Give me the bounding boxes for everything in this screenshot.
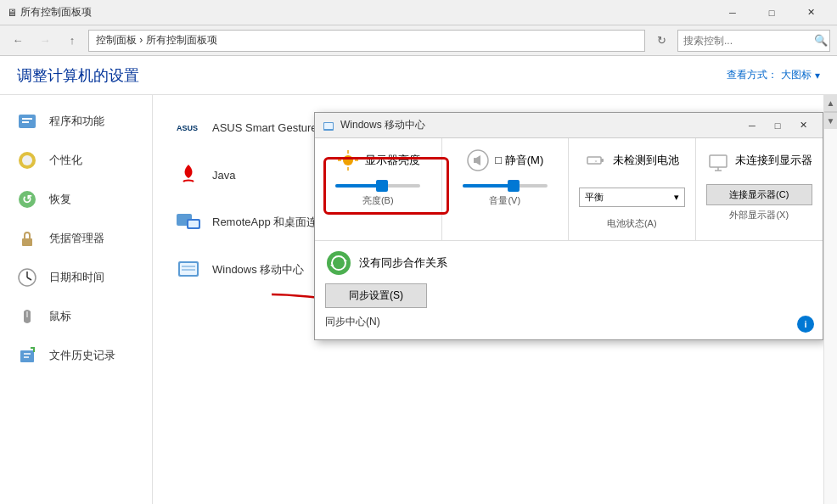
title-bar-controls: ─ □ ✕ <box>713 0 830 25</box>
grid-item-label: Windows 移动中心 <box>212 262 304 277</box>
volume-icon <box>466 148 490 172</box>
power-plan-value: 平衡 <box>585 191 604 204</box>
panel-header: 调整计算机的设置 查看方式： 大图标 ▾ <box>0 56 837 95</box>
brightness-sublabel: 亮度(B) <box>362 194 394 207</box>
remoteapp-icon <box>173 207 204 238</box>
view-options: 查看方式： 大图标 ▾ <box>727 68 820 82</box>
sidebar-label: 文件历史记录 <box>49 348 115 363</box>
svg-text:×: × <box>594 159 598 164</box>
sidebar-item-filehistory[interactable]: 文件历史记录 <box>0 336 152 375</box>
up-button[interactable]: ↑ <box>61 30 83 52</box>
refresh-button[interactable]: ↻ <box>650 30 672 52</box>
display-label: 未连接到显示器 <box>735 153 812 168</box>
dialog-cells-grid: 显示器亮度 亮度(B) <box>315 138 823 241</box>
sync-row: 没有同步合作关系 <box>325 249 812 277</box>
search-icon: 🔍 <box>814 34 828 47</box>
display-sublabel: 外部显示器(X) <box>729 209 789 221</box>
sync-settings-button[interactable]: 同步设置(S) <box>325 283 427 308</box>
svg-rect-28 <box>180 263 197 275</box>
battery-label: 未检测到电池 <box>613 153 679 168</box>
svg-rect-26 <box>188 221 199 227</box>
search-input[interactable] <box>683 35 811 47</box>
brightness-icon <box>336 148 360 172</box>
programs-icon <box>14 108 41 135</box>
mobility-center-dialog: Windows 移动中心 ─ □ ✕ <box>314 112 823 340</box>
display-header: 未连接到显示器 <box>706 148 813 172</box>
view-arrow-icon[interactable]: ▾ <box>815 70 820 81</box>
svg-rect-12 <box>20 350 34 362</box>
sidebar-label: 程序和功能 <box>49 114 104 129</box>
brightness-header: 显示器亮度 <box>325 148 431 172</box>
minimize-button[interactable]: ─ <box>713 0 752 25</box>
dropdown-arrow-icon: ▾ <box>674 192 679 203</box>
personalization-icon <box>14 147 41 174</box>
dialog-title-icon <box>322 119 335 132</box>
sync-center-link[interactable]: 同步中心(N) <box>325 313 812 331</box>
forward-button[interactable]: → <box>34 30 56 52</box>
connect-display-button[interactable]: 连接显示器(C) <box>706 184 813 205</box>
display-cell: 未连接到显示器 连接显示器(C) 外部显示器(X) <box>696 138 823 240</box>
panel-title: 调整计算机的设置 <box>17 65 139 86</box>
sidebar-item-programs[interactable]: 程序和功能 <box>0 102 152 141</box>
title-bar: 🖥 所有控制面板项 ─ □ ✕ <box>0 0 837 25</box>
power-plan-dropdown[interactable]: 平衡 ▾ <box>579 188 685 207</box>
title-bar-left: 🖥 所有控制面板项 <box>7 5 92 20</box>
maximize-button[interactable]: □ <box>752 0 791 25</box>
volume-sublabel: 音量(V) <box>489 194 520 207</box>
svg-point-4 <box>22 155 32 165</box>
battery-header: × 未检测到电池 <box>579 148 685 172</box>
dialog-controls: ─ □ ✕ <box>739 116 816 135</box>
battery-icon: × <box>584 148 608 172</box>
dialog-close-btn[interactable]: ✕ <box>790 116 816 135</box>
view-label: 查看方式： <box>727 68 778 82</box>
back-button[interactable]: ← <box>7 30 29 52</box>
items-area: ASUS ASUS Smart Gesture f Flash Player (… <box>153 95 823 504</box>
grid-item-label: Java <box>212 169 235 182</box>
battery-cell: × 未检测到电池 平衡 ▾ 电池状态(A) <box>569 138 696 240</box>
svg-rect-7 <box>22 238 32 246</box>
sidebar-label: 鼠标 <box>49 309 71 324</box>
close-button[interactable]: ✕ <box>791 0 830 25</box>
sync-status-icon <box>325 249 352 277</box>
volume-cell: □ 静音(M) 音量(V) <box>442 138 570 240</box>
dialog-content: 显示器亮度 亮度(B) <box>315 138 823 339</box>
search-box[interactable]: 🔍 <box>677 30 830 52</box>
svg-rect-35 <box>324 123 333 129</box>
credentials-icon <box>14 225 41 252</box>
right-scrollbar[interactable]: ▲ ▼ <box>823 95 837 504</box>
grid-item-label: RemoteApp 和桌面连接 <box>212 215 329 230</box>
dialog-maximize-btn[interactable]: □ <box>765 116 790 135</box>
dialog-title-text: Windows 移动中心 <box>340 118 425 132</box>
sidebar-item-datetime[interactable]: 日期和时间 <box>0 258 152 297</box>
sidebar-item-personalization[interactable]: 个性化 <box>0 141 152 180</box>
mouse-icon <box>14 303 41 330</box>
sidebar-label: 个性化 <box>49 153 82 168</box>
main-content: 程序和功能 个性化 ↺ 恢复 凭据管理器 日期和时间 <box>0 95 837 504</box>
dialog-minimize-btn[interactable]: ─ <box>739 116 765 135</box>
window-icon: 🖥 <box>7 7 17 19</box>
sidebar-label: 恢复 <box>49 192 71 207</box>
dialog-title: Windows 移动中心 <box>322 118 425 132</box>
dialog-titlebar: Windows 移动中心 ─ □ ✕ <box>315 113 823 138</box>
breadcrumb: 控制面板 › 所有控制面板项 <box>96 33 217 48</box>
svg-text:↺: ↺ <box>22 193 32 206</box>
sidebar-item-mouse[interactable]: 鼠标 <box>0 297 152 336</box>
brightness-slider[interactable] <box>325 184 431 188</box>
sidebar: 程序和功能 个性化 ↺ 恢复 凭据管理器 日期和时间 <box>0 95 153 504</box>
info-icon[interactable]: i <box>797 316 814 333</box>
datetime-icon <box>14 264 41 291</box>
view-current[interactable]: 大图标 <box>781 68 812 82</box>
volume-label: □ 静音(M) <box>495 153 543 168</box>
recovery-icon: ↺ <box>14 186 41 213</box>
address-box[interactable]: 控制面板 › 所有控制面板项 <box>88 30 645 52</box>
sync-section: 没有同步合作关系 同步设置(S) 同步中心(N) i <box>315 241 823 339</box>
svg-rect-2 <box>22 121 29 123</box>
svg-point-41 <box>345 157 351 164</box>
java-icon <box>173 160 204 190</box>
sidebar-item-recovery[interactable]: ↺ 恢复 <box>0 180 152 219</box>
volume-slider[interactable] <box>452 184 559 188</box>
brightness-label: 显示器亮度 <box>365 153 420 168</box>
brightness-cell: 显示器亮度 亮度(B) <box>315 138 442 240</box>
sidebar-item-credentials[interactable]: 凭据管理器 <box>0 219 152 258</box>
volume-header: □ 静音(M) <box>452 148 559 172</box>
